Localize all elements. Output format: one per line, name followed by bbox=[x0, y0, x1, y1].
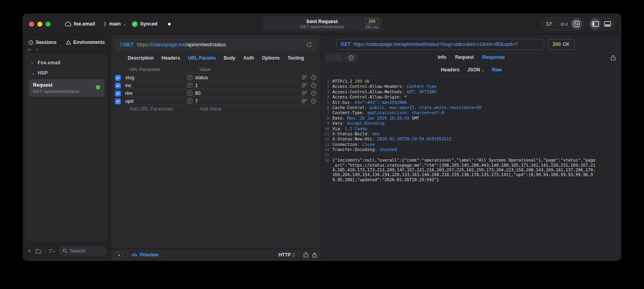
param-checkbox[interactable] bbox=[115, 75, 121, 81]
param-value[interactable]: 1 bbox=[195, 83, 198, 88]
sidebar-footer: ＋ Search bbox=[26, 242, 107, 256]
chevron-down-icon: ⌄ bbox=[123, 22, 126, 26]
send-receive-button[interactable] bbox=[571, 18, 582, 29]
add-request-button[interactable]: ＋ bbox=[27, 247, 32, 254]
active-request-pill[interactable]: Sent Request GET /api/embed/status 200 2… bbox=[262, 16, 382, 31]
response-code[interactable]: 1HTTP/1.1 200 OK2Access-Control-Allow-He… bbox=[321, 76, 621, 260]
response-subtabs: HeadersJSON⌄Raw bbox=[321, 63, 621, 76]
text-lines-icon[interactable] bbox=[302, 83, 307, 87]
tab-sessions[interactable]: Sessions bbox=[28, 40, 57, 45]
import-export-button[interactable] bbox=[544, 18, 555, 29]
remove-param-icon[interactable] bbox=[311, 98, 316, 104]
param-name[interactable]: slug bbox=[125, 75, 187, 80]
add-param-name-placeholder[interactable]: Add URL Parameter bbox=[129, 106, 191, 112]
param-row: slug=status bbox=[111, 74, 321, 82]
sync-loop-button[interactable] bbox=[559, 18, 570, 29]
code-token: Access-Control-Allow-Origin bbox=[332, 95, 400, 99]
lock-icon bbox=[312, 252, 317, 258]
toggle-sidebar-button[interactable] bbox=[590, 18, 601, 29]
workspace-switcher[interactable]: foe.email bbox=[65, 21, 95, 27]
chevron-down-icon: ⌄ bbox=[31, 71, 35, 76]
protocol-selector[interactable]: HTTP bbox=[279, 252, 295, 258]
param-name[interactable]: upd bbox=[125, 98, 187, 104]
remove-param-icon[interactable] bbox=[311, 75, 316, 80]
app-window: foe.email main ⌄ Synced Sent Request GET… bbox=[23, 14, 621, 261]
code-line: 1HTTP/1.1 200 OK bbox=[323, 79, 609, 84]
editor-tab-url-params[interactable]: URL Params bbox=[188, 55, 216, 61]
line-number: 2 bbox=[323, 84, 329, 89]
param-value[interactable]: status bbox=[195, 75, 208, 80]
preview-button[interactable]: </> Preview bbox=[131, 252, 159, 258]
tab-environments[interactable]: Environments bbox=[66, 40, 105, 45]
response-subtab-raw[interactable]: Raw bbox=[492, 67, 502, 73]
new-folder-button[interactable] bbox=[36, 249, 42, 254]
add-param-row[interactable]: Add URL Parameter Add Value bbox=[111, 105, 321, 113]
param-value-cell: =7 bbox=[187, 98, 198, 104]
method-selector[interactable]: GET bbox=[120, 42, 134, 47]
lock-button[interactable] bbox=[312, 252, 317, 258]
sort-options-button[interactable] bbox=[49, 249, 55, 253]
code-token: : bbox=[402, 89, 407, 94]
tree-group-hsp[interactable]: ⌄ HSP bbox=[29, 68, 104, 78]
editor-tab-options[interactable]: Options bbox=[262, 55, 279, 61]
editor-tab-headers[interactable]: Headers bbox=[162, 55, 180, 61]
editor-tab-body[interactable]: Body bbox=[224, 55, 235, 61]
code-line: 13Connection: close bbox=[323, 142, 609, 147]
code-token: 1.1 Caddy bbox=[345, 126, 367, 131]
branch-selector[interactable]: main ⌄ bbox=[103, 21, 126, 27]
url-bar[interactable]: GET https://statuspage.me/api/embed/stat… bbox=[115, 39, 316, 50]
editor-footer: ▲ </> Preview HTTP bbox=[111, 249, 321, 260]
param-checkbox[interactable] bbox=[115, 83, 121, 89]
tree-group-foe-email[interactable]: › Foe.email bbox=[29, 58, 104, 68]
editor-tab-auth[interactable]: Auth bbox=[243, 55, 254, 61]
text-lines-icon[interactable] bbox=[302, 75, 307, 80]
forward-button[interactable]: › bbox=[338, 55, 339, 61]
url-text[interactable]: https://statuspage.me/api/embed/status bbox=[134, 42, 226, 47]
param-name[interactable]: rtm bbox=[125, 91, 187, 96]
close-window-button[interactable] bbox=[29, 22, 34, 27]
param-row: upd=7 bbox=[111, 97, 321, 105]
toggle-bottom-panel-button[interactable] bbox=[602, 18, 613, 29]
add-param-value-placeholder[interactable]: Add Value bbox=[199, 106, 222, 112]
sidebar-request-item[interactable]: Request GET /api/embed/status bbox=[29, 79, 104, 97]
remove-param-icon[interactable] bbox=[311, 91, 316, 96]
sent-request-url-box[interactable]: GET https://statuspage.me/api/embed/stat… bbox=[336, 39, 544, 50]
editor-tab-testing[interactable]: Testing bbox=[288, 55, 304, 61]
param-value[interactable]: 7 bbox=[195, 98, 198, 104]
response-subtab-headers[interactable]: Headers bbox=[441, 67, 459, 73]
line-text: Access-Control-Allow-Headers: Content-Ty… bbox=[332, 84, 437, 89]
titlebar-actions bbox=[542, 17, 615, 31]
resend-request-button[interactable] bbox=[306, 42, 312, 47]
sync-status[interactable]: Synced bbox=[132, 21, 157, 27]
history-button[interactable] bbox=[345, 53, 358, 62]
remove-param-icon[interactable] bbox=[311, 83, 316, 88]
remove-session-button[interactable]: − bbox=[36, 47, 39, 52]
response-tab-request[interactable]: Request bbox=[455, 55, 474, 60]
zoom-window-button[interactable] bbox=[46, 22, 51, 27]
add-session-button[interactable]: + bbox=[27, 47, 31, 52]
folder-icon bbox=[36, 249, 42, 254]
expand-panel-button[interactable]: ▲ bbox=[115, 252, 123, 258]
param-value[interactable]: 60 bbox=[195, 91, 201, 96]
param-checkbox[interactable] bbox=[115, 98, 121, 104]
back-button[interactable]: ‹ bbox=[329, 55, 331, 61]
param-name[interactable]: inc bbox=[125, 83, 187, 88]
text-lines-icon[interactable] bbox=[302, 99, 307, 103]
param-checkbox[interactable] bbox=[115, 91, 121, 96]
line-number: 14 bbox=[323, 147, 329, 152]
code-line: 10Via: 1.1 Caddy bbox=[323, 126, 609, 131]
column-header-name: URL Parameter bbox=[129, 67, 199, 72]
text-lines-icon[interactable] bbox=[302, 91, 307, 95]
line-text: X-Status-Build: dev bbox=[332, 131, 379, 136]
minimize-window-button[interactable] bbox=[37, 22, 42, 27]
editor-tab-description[interactable]: Description bbox=[128, 55, 154, 61]
lines-up-arrow-icon bbox=[546, 21, 553, 27]
response-tab-response[interactable]: Response bbox=[482, 55, 505, 60]
code-token: HTTP/1.1 bbox=[332, 79, 355, 84]
param-row-actions bbox=[302, 75, 316, 80]
search-input[interactable]: Search bbox=[59, 246, 106, 256]
response-tab-info[interactable]: Info bbox=[438, 55, 447, 60]
export-response-button[interactable] bbox=[611, 55, 616, 61]
share-button[interactable] bbox=[303, 252, 308, 258]
response-subtab-json[interactable]: JSON⌄ bbox=[467, 67, 484, 73]
